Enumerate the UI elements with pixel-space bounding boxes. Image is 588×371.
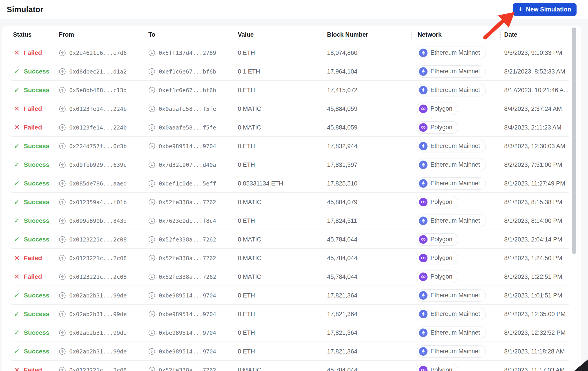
to-cell[interactable]: 0xbe989514...9704 — [148, 348, 216, 355]
to-cell[interactable]: 0x0aaafe58...f5fe — [148, 124, 216, 131]
from-cell[interactable]: 0xd9fbb929...639c — [59, 161, 127, 168]
from-cell[interactable]: 0x0123221c...2c08 — [59, 367, 127, 371]
status-label: Failed — [24, 367, 42, 371]
from-cell[interactable]: 0x02ab2b31...99de — [59, 348, 127, 355]
ethereum-icon — [420, 292, 426, 298]
network-cell: Ethereum Mainnet — [417, 65, 486, 78]
status-label: Success — [24, 143, 50, 150]
to-address: 0xef1c6e67...bf6b — [159, 68, 216, 75]
block-number-cell: 17,824,511 — [327, 217, 357, 224]
block-number-cell: 45,784,044 — [327, 236, 357, 243]
from-cell[interactable]: 0x099a890b...843d — [59, 217, 127, 224]
arrow-down-circle-icon — [148, 124, 155, 131]
status-cell: ✓ Success — [14, 68, 50, 75]
ethereum-icon — [420, 162, 426, 168]
status-cell: ✓ Success — [14, 236, 50, 243]
column-resize-handle[interactable] — [500, 31, 501, 40]
arrow-down-circle-icon — [148, 292, 155, 299]
to-cell[interactable]: 0x0aaafe58...f5fe — [148, 105, 216, 112]
table-row[interactable]: ✓ Success 0x099a890b...843d 0x7623e9dc..… — [2, 211, 581, 230]
table-row[interactable]: ✓ Success 0x02ab2b31...99de 0xbe989514..… — [2, 305, 581, 323]
network-label: Polygon — [430, 273, 452, 280]
to-cell[interactable]: 0x7d32c907...d40a — [148, 161, 216, 168]
block-number-cell: 17,821,364 — [327, 348, 357, 355]
from-cell[interactable]: 0x5e8bb488...c13d — [59, 86, 127, 94]
table-row[interactable]: ✕ Failed 0x0123fe14...224b 0x0aaafe58...… — [2, 99, 581, 118]
status-label: Success — [24, 180, 50, 187]
from-cell[interactable]: 0x085de786...aaed — [59, 180, 127, 187]
from-cell[interactable]: 0x012359a4...f01b — [59, 199, 127, 205]
table-row[interactable]: ✓ Success 0xd9fbb929...639c 0x7d32c907..… — [2, 155, 581, 174]
table-row[interactable]: ✕ Failed 0x0123221c...2c08 0x52fe338a...… — [2, 267, 581, 286]
to-cell[interactable]: 0x7623e9dc...f8c4 — [148, 217, 216, 224]
block-number-cell: 17,825,510 — [327, 180, 357, 187]
to-cell[interactable]: 0xbe989514...9704 — [148, 310, 216, 318]
to-cell[interactable]: 0xef1c6e67...bf6b — [148, 86, 216, 94]
network-badge: Ethereum Mainnet — [417, 140, 486, 152]
column-resize-handle[interactable] — [323, 31, 324, 40]
table-row[interactable]: ✓ Success 0x085de786...aaed 0xdef1c0de..… — [2, 174, 581, 193]
table-row[interactable]: ✓ Success 0x02ab2b31...99de 0xbe989514..… — [2, 323, 581, 342]
network-label: Ethereum Mainnet — [430, 49, 480, 56]
plus-icon: + — [518, 5, 523, 13]
from-cell[interactable]: 0xd8dbec21...d1a2 — [59, 68, 127, 75]
from-cell[interactable]: 0x02ab2b31...99de — [59, 329, 127, 336]
network-icon — [419, 254, 428, 262]
from-address: 0x012359a4...f01b — [69, 199, 127, 205]
column-header-from: From — [59, 26, 74, 43]
to-cell[interactable]: 0xbe989514...9704 — [148, 143, 216, 149]
column-header-to: To — [148, 26, 155, 43]
new-simulation-button[interactable]: + New Simulation — [513, 3, 577, 16]
to-cell[interactable]: 0x52fe338a...7262 — [148, 199, 216, 205]
from-address: 0x0123221c...2c08 — [69, 273, 127, 280]
column-resize-handle[interactable] — [411, 31, 412, 40]
block-number-cell: 17,415,072 — [327, 86, 357, 94]
vertical-scrollbar-thumb[interactable] — [572, 27, 576, 254]
from-cell[interactable]: 0x02ab2b31...99de — [59, 292, 127, 299]
to-cell[interactable]: 0x52fe338a...7262 — [148, 254, 216, 262]
table-row[interactable]: ✓ Success 0x0123221c...2c08 0x52fe338a..… — [2, 230, 581, 249]
to-cell[interactable]: 0xbe989514...9704 — [148, 329, 216, 336]
table-row[interactable]: ✕ Failed 0x0123221c...2c08 0x52fe338a...… — [2, 249, 581, 267]
page-title: Simulator — [7, 5, 43, 14]
table-row[interactable]: ✓ Success 0x02ab2b31...99de 0xbe989514..… — [2, 286, 581, 305]
block-number-cell: 17,831,597 — [327, 161, 357, 168]
date-cell: 9/5/2023, 9:10:33 PM — [504, 49, 562, 56]
block-number-cell: 17,821,364 — [327, 292, 357, 299]
from-cell[interactable]: 0x0123221c...2c08 — [59, 273, 127, 280]
to-cell[interactable]: 0x52fe338a...7262 — [148, 367, 216, 371]
table-row[interactable]: ✓ Success 0x02ab2b31...99de 0xbe989514..… — [2, 342, 581, 361]
table-row[interactable]: ✓ Success 0xd8dbec21...d1a2 0xef1c6e67..… — [2, 62, 581, 81]
to-cell[interactable]: 0x52fe338a...7262 — [148, 236, 216, 243]
value-cell: 0 MATIC — [238, 199, 262, 205]
arrow-down-circle-icon — [148, 68, 155, 75]
table-row[interactable]: ✕ Failed 0x2e4621e6...e7d6 0x5ff137d4...… — [2, 43, 581, 62]
table-row[interactable]: ✓ Success 0x5e8bb488...c13d 0xef1c6e67..… — [2, 81, 581, 99]
network-label: Polygon — [430, 105, 452, 112]
from-cell[interactable]: 0x02ab2b31...99de — [59, 310, 127, 318]
network-icon — [419, 329, 428, 337]
to-cell[interactable]: 0x52fe338a...7262 — [148, 273, 216, 280]
from-cell[interactable]: 0x0123221c...2c08 — [59, 236, 127, 243]
from-cell[interactable]: 0x0123fe14...224b — [59, 124, 127, 131]
network-badge: Polygon — [417, 270, 458, 283]
to-address: 0x0aaafe58...f5fe — [159, 124, 216, 131]
date-cell: 8/1/2023, 1:24:50 PM — [504, 254, 562, 262]
table-row[interactable]: ✓ Success 0x012359a4...f01b 0x52fe338a..… — [2, 193, 581, 211]
from-cell[interactable]: 0x224d757f...0c3b — [59, 143, 127, 149]
table-row[interactable]: ✓ Success 0x224d757f...0c3b 0xbe989514..… — [2, 137, 581, 155]
arrow-down-circle-icon — [148, 49, 155, 56]
status-cell: ✓ Success — [14, 180, 50, 187]
to-cell[interactable]: 0xbe989514...9704 — [148, 292, 216, 299]
table-row[interactable]: ✕ Failed 0x0123fe14...224b 0x0aaafe58...… — [2, 118, 581, 137]
network-icon — [419, 179, 428, 188]
block-number-cell: 18,074,860 — [327, 49, 357, 56]
table-row[interactable]: ✕ Failed 0x0123221c...2c08 0x52fe338a...… — [2, 361, 581, 371]
from-cell[interactable]: 0x0123fe14...224b — [59, 105, 127, 112]
to-cell[interactable]: 0xdef1c0de...5eff — [148, 180, 216, 187]
to-cell[interactable]: 0xef1c6e67...bf6b — [148, 68, 216, 75]
to-cell[interactable]: 0x5ff137d4...2789 — [148, 49, 216, 56]
from-cell[interactable]: 0x2e4621e6...e7d6 — [59, 49, 127, 56]
from-cell[interactable]: 0x0123221c...2c08 — [59, 254, 127, 262]
polygon-icon — [420, 199, 426, 205]
